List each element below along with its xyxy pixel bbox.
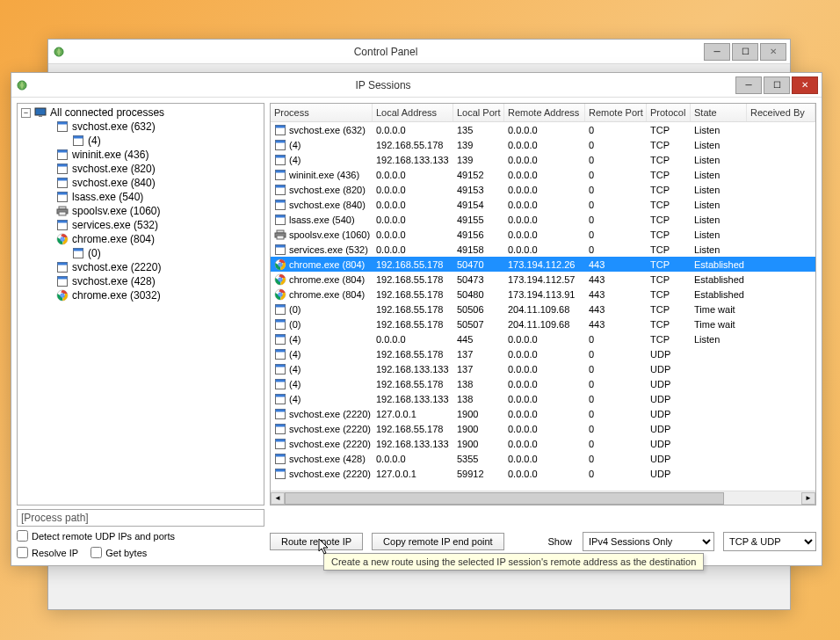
minimize-button[interactable]: ─ <box>704 43 730 61</box>
col-local-port[interactable]: Local Port <box>453 104 504 121</box>
svg-rect-38 <box>276 155 286 157</box>
resolve-ip-label: Resolve IP <box>32 548 78 558</box>
cell-remote-port: 0 <box>585 409 647 419</box>
table-row[interactable]: svchost.exe (840)0.0.0.0491540.0.0.00TCP… <box>271 197 815 212</box>
monitor-icon <box>34 106 47 119</box>
table-row[interactable]: svchost.exe (2220)192.168.133.13319000.0… <box>271 436 815 451</box>
col-remote-address[interactable]: Remote Address <box>504 104 585 121</box>
cell-protocol: TCP <box>647 200 691 210</box>
table-row[interactable]: svchost.exe (2220)127.0.0.119000.0.0.00U… <box>271 406 815 421</box>
tree-item[interactable]: services.exe (532) <box>19 218 262 232</box>
cell-process: (4) <box>271 333 373 345</box>
minimize-button[interactable]: ─ <box>735 76 762 94</box>
ip-version-select[interactable]: IPv4 Sessions Only <box>583 532 714 551</box>
tree-item[interactable]: wininit.exe (436) <box>19 148 262 162</box>
cell-local-port: 1900 <box>453 424 504 434</box>
table-row[interactable]: (0)192.168.55.17850506204.11.109.68443TC… <box>271 302 815 316</box>
svg-rect-36 <box>276 140 286 142</box>
col-process[interactable]: Process <box>271 104 373 121</box>
detect-udp-checkbox[interactable]: Detect remote UDP IPs and ports <box>17 530 175 542</box>
table-row[interactable]: chrome.exe (804)192.168.55.17850480173.1… <box>271 287 815 302</box>
table-row[interactable]: chrome.exe (804)192.168.55.17850473173.1… <box>271 272 815 287</box>
col-state[interactable]: State <box>691 104 747 121</box>
svg-point-32 <box>61 294 64 297</box>
table-row[interactable]: (4)192.168.133.1331380.0.0.00UDP <box>271 391 815 406</box>
table-row[interactable]: svchost.exe (820)0.0.0.0491530.0.0.00TCP… <box>271 182 815 197</box>
process-tree[interactable]: − All connected processes svchost.exe (6… <box>17 103 264 505</box>
cell-local-address: 192.168.133.133 <box>373 394 453 404</box>
tree-item[interactable]: (4) <box>19 134 262 148</box>
svg-rect-27 <box>58 263 68 265</box>
control-panel-titlebar[interactable]: Control Panel ─ ☐ ✕ <box>48 40 790 64</box>
col-protocol[interactable]: Protocol <box>647 104 691 121</box>
table-row[interactable]: (4)192.168.133.1331370.0.0.00UDP <box>271 361 815 376</box>
cell-protocol: UDP <box>647 349 691 360</box>
table-row[interactable]: svchost.exe (2220)127.0.0.1599120.0.0.00… <box>271 466 815 481</box>
table-body[interactable]: svchost.exe (632)0.0.0.01350.0.0.00TCPLi… <box>271 122 815 491</box>
maximize-button[interactable]: ☐ <box>764 76 790 94</box>
ip-sessions-titlebar[interactable]: IP Sessions ─ ☐ ✕ <box>11 73 822 98</box>
table-row[interactable]: spoolsv.exe (1060)0.0.0.0491560.0.0.00TC… <box>271 227 815 242</box>
table-row[interactable]: svchost.exe (428)0.0.0.053550.0.0.00UDP <box>271 451 815 466</box>
cell-state: Listen <box>691 170 747 180</box>
table-row[interactable]: (4)192.168.133.1331390.0.0.00TCPListen <box>271 152 815 167</box>
tree-item[interactable]: chrome.exe (3032) <box>19 288 262 302</box>
horizontal-scrollbar[interactable]: ◄ ► <box>271 491 815 505</box>
cell-remote-address: 173.194.112.26 <box>504 259 585 270</box>
svg-point-57 <box>279 278 282 281</box>
col-remote-port[interactable]: Remote Port <box>585 104 647 121</box>
resolve-ip-checkbox[interactable]: Resolve IP <box>17 547 78 558</box>
cell-protocol: UDP <box>647 424 691 434</box>
tree-item[interactable]: lsass.exe (540) <box>19 190 262 204</box>
cell-local-port: 50473 <box>453 274 504 285</box>
tree-item[interactable]: (0) <box>19 246 262 260</box>
cell-protocol: UDP <box>647 409 691 419</box>
tree-item[interactable]: svchost.exe (2220) <box>19 260 262 274</box>
table-row[interactable]: (4)192.168.55.1781370.0.0.00UDP <box>271 346 815 361</box>
tree-item[interactable]: svchost.exe (840) <box>19 176 262 190</box>
cell-local-port: 138 <box>453 379 504 389</box>
tree-item[interactable]: svchost.exe (820) <box>19 162 262 176</box>
tree-item[interactable]: spoolsv.exe (1060) <box>19 204 262 218</box>
scroll-left-button[interactable]: ◄ <box>271 492 285 505</box>
cell-local-address: 192.168.55.178 <box>373 274 453 285</box>
collapse-icon[interactable]: − <box>21 108 31 118</box>
scroll-right-button[interactable]: ► <box>801 492 815 505</box>
cell-local-address: 192.168.55.178 <box>373 424 453 434</box>
table-row[interactable]: services.exe (532)0.0.0.0491580.0.0.00TC… <box>271 242 815 257</box>
svg-rect-20 <box>58 221 68 223</box>
table-row[interactable]: svchost.exe (2220)192.168.55.17819000.0.… <box>271 421 815 436</box>
table-row[interactable]: (4)0.0.0.04450.0.0.00TCPListen <box>271 331 815 346</box>
tree-item[interactable]: svchost.exe (428) <box>19 274 262 288</box>
table-row[interactable]: (4)192.168.55.1781390.0.0.00TCPListen <box>271 137 815 152</box>
tree-item[interactable]: chrome.exe (804) <box>19 232 262 246</box>
table-row[interactable]: chrome.exe (804)192.168.55.17850470173.1… <box>271 257 815 272</box>
get-bytes-checkbox[interactable]: Get bytes <box>91 547 147 558</box>
cell-local-address: 0.0.0.0 <box>373 185 453 195</box>
scroll-track[interactable] <box>285 492 801 505</box>
table-row[interactable]: (0)192.168.55.17850507204.11.109.68443TC… <box>271 316 815 331</box>
table-row[interactable]: (4)192.168.55.1781380.0.0.00UDP <box>271 376 815 391</box>
col-local-address[interactable]: Local Address <box>373 104 453 121</box>
tree-item[interactable]: svchost.exe (632) <box>19 120 262 134</box>
protocol-select[interactable]: TCP & UDP <box>723 532 816 551</box>
app-icon <box>274 318 286 331</box>
table-row[interactable]: wininit.exe (436)0.0.0.0491520.0.0.00TCP… <box>271 167 815 182</box>
cell-remote-address: 0.0.0.0 <box>504 229 585 240</box>
close-button[interactable]: ✕ <box>760 43 786 61</box>
table-row[interactable]: svchost.exe (632)0.0.0.01350.0.0.00TCPLi… <box>271 122 815 137</box>
app-icon <box>274 363 286 375</box>
col-received-by[interactable]: Received By <box>747 104 815 121</box>
app-icon <box>274 154 286 166</box>
svg-rect-15 <box>58 193 68 195</box>
close-button[interactable]: ✕ <box>792 76 818 94</box>
copy-remote-ip-button[interactable]: Copy remote IP end point <box>372 533 504 550</box>
cell-remote-port: 0 <box>585 364 647 375</box>
maximize-button[interactable]: ☐ <box>732 43 758 61</box>
tree-root[interactable]: − All connected processes <box>19 105 262 120</box>
table-row[interactable]: lsass.exe (540)0.0.0.0491550.0.0.00TCPLi… <box>271 212 815 227</box>
route-remote-ip-button[interactable]: Route remote IP <box>270 533 363 550</box>
cell-remote-address: 173.194.112.57 <box>504 274 585 285</box>
scroll-thumb[interactable] <box>285 492 724 505</box>
svg-rect-11 <box>58 164 68 167</box>
